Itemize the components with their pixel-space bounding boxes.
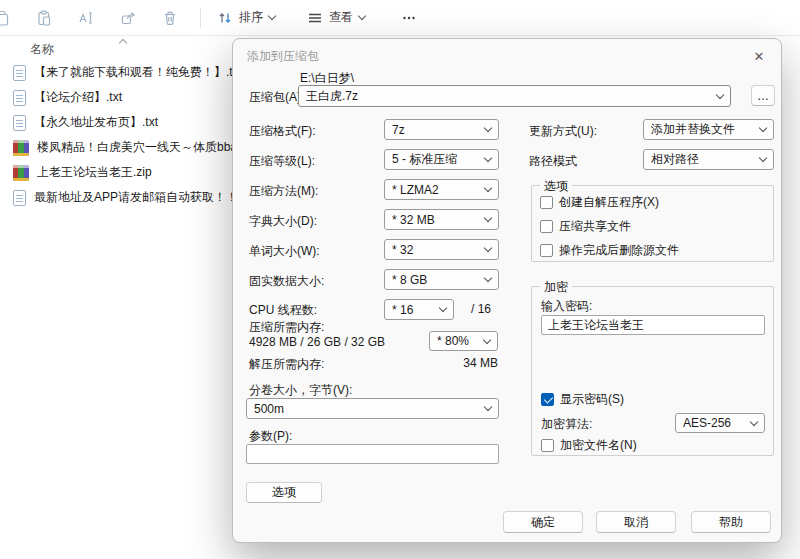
text-file-icon [13,90,26,106]
parameters-input[interactable] [246,444,499,464]
encryption-method-value: AES-256 [683,416,745,430]
chevron-down-icon [750,417,758,425]
path-mode-combobox[interactable]: 相对路径 [643,149,774,170]
options-button[interactable]: 选项 [246,482,322,503]
list-item[interactable]: 【永久地址发布页】.txt [0,110,232,135]
paste-icon[interactable] [26,4,62,32]
view-dropdown[interactable]: 查看 [299,4,373,32]
solid-block-label: 固实数据大小: [249,273,324,290]
checkbox-label: 操作完成后删除源文件 [559,242,679,259]
level-value: 5 - 标准压缩 [392,151,479,168]
archive-name-combobox[interactable]: 王白虎.7z [298,85,731,107]
encrypt-filenames-checkbox[interactable]: 加密文件名(N) [541,437,637,454]
file-name: 楼凤精品！白虎美穴一线天～体质bbae… [37,139,232,156]
sort-dropdown[interactable]: 排序 [209,4,283,32]
file-name: 【论坛介绍】.txt [34,89,122,106]
checkbox-icon[interactable] [541,439,554,452]
checkbox-icon[interactable] [540,196,553,209]
encryption-group-title: 加密 [540,279,572,296]
list-item[interactable]: 最新地址及APP请发邮箱自动获取！！！… [0,185,232,210]
level-combobox[interactable]: 5 - 标准压缩 [384,149,499,170]
format-combobox[interactable]: 7z [384,119,499,140]
chevron-down-icon [759,124,767,132]
password-input[interactable] [541,315,765,335]
delete-icon[interactable] [152,4,188,32]
copy-icon[interactable] [0,4,20,32]
word-size-value: * 32 [392,243,479,257]
list-item[interactable]: 上老王论坛当老王.zip [0,160,232,185]
memory-percent-value: * 80% [437,334,478,348]
cpu-threads-value: * 16 [392,303,434,317]
solid-block-combobox[interactable]: * 8 GB [384,269,499,290]
rename-icon[interactable] [68,4,104,32]
help-button[interactable]: 帮助 [691,511,771,533]
volume-size-combobox[interactable]: 500m [246,398,499,419]
checkbox-icon[interactable] [541,393,554,406]
show-password-checkbox[interactable]: 显示密码(S) [541,391,624,408]
chevron-down-icon [358,12,366,20]
update-mode-value: 添加并替换文件 [651,121,754,138]
chevron-down-icon [484,154,492,162]
method-combobox[interactable]: * LZMA2 [384,179,499,200]
checkbox-label: 加密文件名(N) [560,437,637,454]
browse-button[interactable]: … [751,85,775,106]
archive-file-icon [13,140,29,156]
file-name: 上老王论坛当老王.zip [37,164,152,181]
text-file-icon [13,115,26,131]
parameters-label: 参数(P): [249,428,292,445]
chevron-down-icon [484,244,492,252]
add-to-archive-dialog: 添加到压缩包 ✕ 压缩包(A) E:\白日梦\ 王白虎.7z … 压缩格式(F)… [232,38,782,543]
volume-size-value: 500m [254,402,479,416]
chevron-down-icon [716,90,724,98]
file-name: 【来了就能下载和观看！纯免费！】.txt [34,64,232,81]
chevron-down-icon [759,154,767,162]
update-mode-label: 更新方式(U): [529,123,597,140]
share-icon[interactable] [110,4,146,32]
checkbox-icon[interactable] [540,244,553,257]
sort-label: 排序 [239,9,263,26]
file-name: 最新地址及APP请发邮箱自动获取！！！… [34,189,232,206]
encryption-method-label: 加密算法: [541,416,592,433]
encryption-method-combobox[interactable]: AES-256 [675,413,765,433]
text-file-icon [13,65,26,81]
checkbox-icon[interactable] [540,220,553,233]
more-icon[interactable] [391,4,427,32]
memory-decompress-label: 解压所需内存: [249,356,324,373]
word-size-combobox[interactable]: * 32 [384,239,499,260]
list-item[interactable]: 楼凤精品！白虎美穴一线天～体质bbae… [0,135,232,160]
checkbox-label: 创建自解压程序(X) [559,194,659,211]
encryption-groupbox: 加密 输入密码: 显示密码(S) 加密算法: AES-256 加密文件名(N) [531,286,774,456]
method-value: * LZMA2 [392,183,479,197]
chevron-down-icon [268,12,276,20]
password-label: 输入密码: [541,298,592,315]
list-item[interactable]: 【来了就能下载和观看！纯免费！】.txt [0,60,232,85]
compress-shared-checkbox[interactable]: 压缩共享文件 [540,218,631,235]
chevron-down-icon [484,124,492,132]
format-value: 7z [392,123,479,137]
path-mode-value: 相对路径 [651,151,754,168]
chevron-down-icon [483,335,491,343]
dictionary-label: 字典大小(D): [249,213,317,230]
solid-block-value: * 8 GB [392,273,479,287]
list-item[interactable]: 【论坛介绍】.txt [0,85,232,110]
memory-compress-value: 4928 MB / 26 GB / 32 GB [249,335,385,349]
toolbar-divider [200,8,201,28]
dictionary-combobox[interactable]: * 32 MB [384,209,499,230]
chevron-down-icon [484,214,492,222]
cancel-button[interactable]: 取消 [596,511,676,533]
delete-after-checkbox[interactable]: 操作完成后删除源文件 [540,242,679,259]
method-label: 压缩方法(M): [249,183,318,200]
file-list: 【来了就能下载和观看！纯免费！】.txt 【论坛介绍】.txt 【永久地址发布页… [0,60,232,210]
create-sfx-checkbox[interactable]: 创建自解压程序(X) [540,194,659,211]
ok-button[interactable]: 确定 [503,511,583,533]
update-mode-combobox[interactable]: 添加并替换文件 [643,119,774,140]
text-file-icon [13,190,26,206]
volume-size-label: 分卷大小，字节(V): [249,382,352,399]
memory-percent-combobox[interactable]: * 80% [429,331,498,351]
explorer-toolbar: 排序 查看 [0,0,800,36]
cpu-threads-combobox[interactable]: * 16 [384,299,454,320]
column-header-name[interactable]: 名称 [30,41,54,58]
checkbox-label: 压缩共享文件 [559,218,631,235]
archive-label: 压缩包(A) [249,89,301,106]
close-icon[interactable]: ✕ [749,46,769,66]
